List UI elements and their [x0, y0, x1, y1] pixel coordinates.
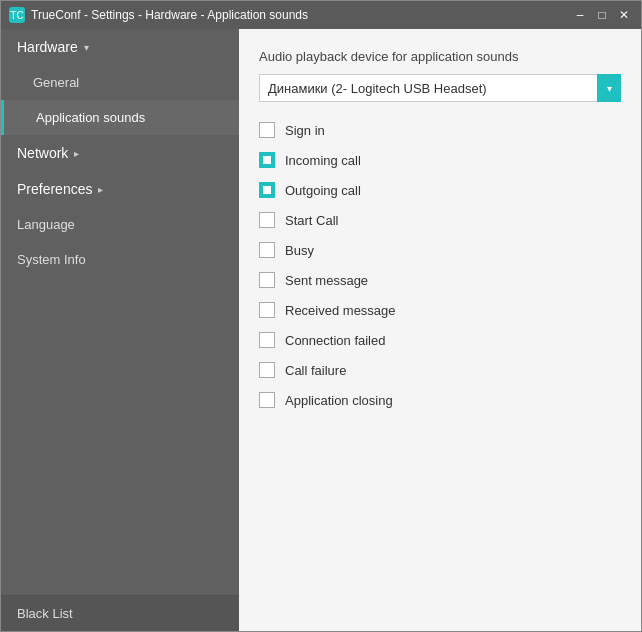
maximize-button[interactable]: □	[593, 6, 611, 24]
checkbox-row-busy[interactable]: Busy	[259, 242, 621, 258]
sidebar-bottom-blacklist[interactable]: Black List	[1, 595, 239, 631]
start-call-checkbox[interactable]	[259, 212, 275, 228]
call-failure-checkbox[interactable]	[259, 362, 275, 378]
sidebar-item-language[interactable]: Language	[1, 207, 239, 242]
incoming-call-label: Incoming call	[285, 153, 361, 168]
received-message-label: Received message	[285, 303, 396, 318]
busy-checkbox[interactable]	[259, 242, 275, 258]
app-closing-label: Application closing	[285, 393, 393, 408]
sidebar-item-label: Language	[17, 217, 75, 232]
main-content: Hardware ▾ General Application sounds Ne…	[1, 29, 641, 631]
audio-device-select[interactable]: Динамики (2- Logitech USB Headset)	[259, 74, 621, 102]
sidebar-items: Hardware ▾ General Application sounds Ne…	[1, 29, 239, 595]
sounds-checkbox-list: Sign in Incoming call Outgoing call Star…	[259, 122, 621, 408]
sent-message-label: Sent message	[285, 273, 368, 288]
outgoing-call-label: Outgoing call	[285, 183, 361, 198]
title-bar: TC TrueConf - Settings - Hardware - Appl…	[1, 1, 641, 29]
sign-in-label: Sign in	[285, 123, 325, 138]
connection-failed-checkbox[interactable]	[259, 332, 275, 348]
close-button[interactable]: ✕	[615, 6, 633, 24]
chevron-down-icon: ▾	[84, 42, 89, 53]
sidebar: Hardware ▾ General Application sounds Ne…	[1, 29, 239, 631]
sidebar-item-hardware[interactable]: Hardware ▾	[1, 29, 239, 65]
content-panel: Audio playback device for application so…	[239, 29, 641, 631]
sidebar-item-label: General	[33, 75, 79, 90]
checkbox-row-sign-in[interactable]: Sign in	[259, 122, 621, 138]
outgoing-call-checkbox[interactable]	[259, 182, 275, 198]
start-call-label: Start Call	[285, 213, 338, 228]
audio-device-label: Audio playback device for application so…	[259, 49, 621, 64]
sidebar-item-app-sounds[interactable]: Application sounds	[1, 100, 239, 135]
sidebar-item-label: Hardware	[17, 39, 78, 55]
checkbox-row-sent-message[interactable]: Sent message	[259, 272, 621, 288]
chevron-right-icon: ▸	[98, 184, 103, 195]
received-message-checkbox[interactable]	[259, 302, 275, 318]
audio-device-dropdown-row: Динамики (2- Logitech USB Headset) ▾	[259, 74, 621, 102]
call-failure-label: Call failure	[285, 363, 346, 378]
app-icon: TC	[9, 7, 25, 23]
sidebar-item-system-info[interactable]: System Info	[1, 242, 239, 277]
sidebar-item-network[interactable]: Network ▸	[1, 135, 239, 171]
settings-window: TC TrueConf - Settings - Hardware - Appl…	[0, 0, 642, 632]
sidebar-item-label: Network	[17, 145, 68, 161]
sidebar-item-preferences[interactable]: Preferences ▸	[1, 171, 239, 207]
checkbox-row-call-failure[interactable]: Call failure	[259, 362, 621, 378]
checkbox-row-connection-failed[interactable]: Connection failed	[259, 332, 621, 348]
busy-label: Busy	[285, 243, 314, 258]
sidebar-bottom-label: Black List	[17, 606, 73, 621]
sidebar-item-label: Application sounds	[36, 110, 145, 125]
checkbox-row-incoming-call[interactable]: Incoming call	[259, 152, 621, 168]
sidebar-item-general[interactable]: General	[1, 65, 239, 100]
connection-failed-label: Connection failed	[285, 333, 385, 348]
app-closing-checkbox[interactable]	[259, 392, 275, 408]
incoming-call-checkbox[interactable]	[259, 152, 275, 168]
checkbox-row-app-closing[interactable]: Application closing	[259, 392, 621, 408]
sign-in-checkbox[interactable]	[259, 122, 275, 138]
window-title: TrueConf - Settings - Hardware - Applica…	[31, 8, 571, 22]
checkbox-row-received-message[interactable]: Received message	[259, 302, 621, 318]
sidebar-item-label: System Info	[17, 252, 86, 267]
audio-device-dropdown-container: Динамики (2- Logitech USB Headset) ▾	[259, 74, 621, 102]
checkbox-row-outgoing-call[interactable]: Outgoing call	[259, 182, 621, 198]
checkbox-row-start-call[interactable]: Start Call	[259, 212, 621, 228]
chevron-right-icon: ▸	[74, 148, 79, 159]
sidebar-item-label: Preferences	[17, 181, 92, 197]
sent-message-checkbox[interactable]	[259, 272, 275, 288]
minimize-button[interactable]: –	[571, 6, 589, 24]
window-controls: – □ ✕	[571, 6, 633, 24]
